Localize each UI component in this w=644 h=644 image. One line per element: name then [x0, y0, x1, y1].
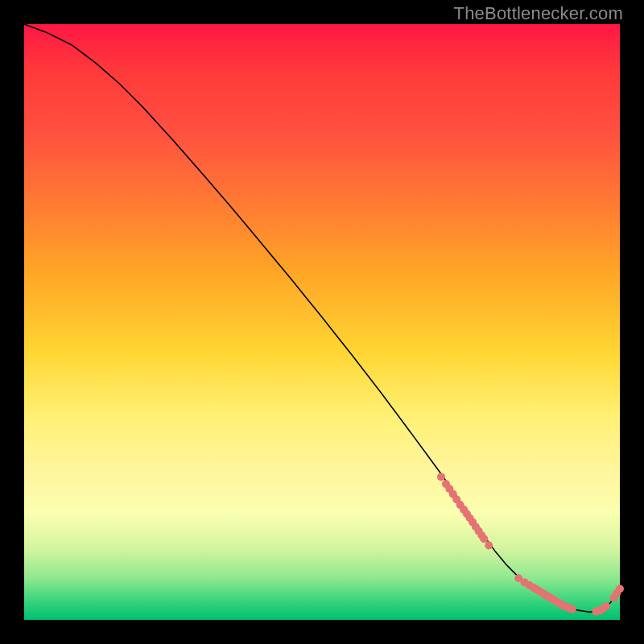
watermark-text: TheBottlenecker.com: [454, 3, 623, 24]
chart-svg: [24, 24, 620, 620]
bottleneck-curve-line: [24, 24, 620, 612]
data-point: [485, 542, 493, 550]
chart-frame: TheBottlenecker.com: [0, 0, 644, 644]
data-point: [437, 473, 445, 481]
data-point-markers: [437, 473, 624, 615]
data-point: [602, 602, 610, 610]
data-point: [480, 535, 488, 543]
data-point: [568, 605, 576, 613]
plot-area: [24, 24, 620, 620]
data-point: [616, 585, 624, 593]
